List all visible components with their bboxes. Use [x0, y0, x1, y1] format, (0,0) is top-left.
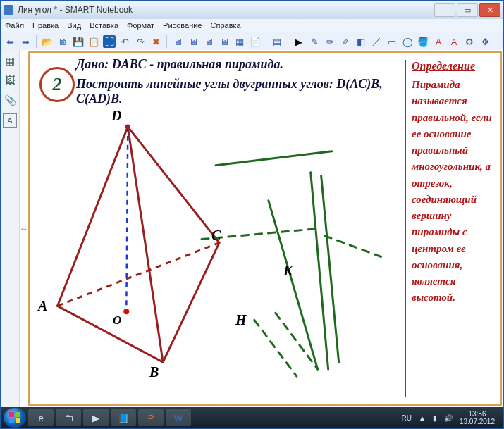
svg-line-12: [321, 176, 339, 362]
svg-line-15: [254, 320, 297, 376]
definition-panel: Определение Пирамида называется правильн…: [405, 60, 496, 397]
label-A: A: [38, 298, 47, 314]
eraser-icon[interactable]: ◧: [355, 35, 367, 48]
svg-rect-20: [16, 418, 20, 423]
side-toolbar: ▦ 🖼 📎 A: [1, 50, 20, 407]
start-button[interactable]: [4, 408, 26, 428]
taskbar-explorer-icon[interactable]: 🗀: [56, 409, 81, 426]
svg-line-4: [163, 243, 219, 363]
forward-icon[interactable]: ➡: [19, 35, 32, 48]
taskbar-notebook-icon[interactable]: 📘: [111, 409, 136, 426]
svg-point-8: [125, 124, 130, 129]
back-icon[interactable]: ⬅: [4, 35, 16, 48]
tray-sound-icon[interactable]: 🔊: [444, 414, 453, 422]
sidebar-attach-icon[interactable]: 📎: [4, 94, 16, 106]
menu-bar: Файл Правка Вид Вставка Формат Рисование…: [1, 19, 503, 32]
label-K: K: [283, 263, 293, 279]
rec-shape-icon[interactable]: ◯: [401, 35, 414, 48]
page-canvas[interactable]: 2 Дано: DABC - правильная пирамида. Пост…: [28, 51, 502, 406]
pen3-icon[interactable]: ✐: [339, 35, 352, 48]
collapse-handle[interactable]: ↔: [20, 50, 28, 407]
svg-rect-19: [9, 418, 14, 423]
label-O: O: [113, 313, 121, 328]
open-icon[interactable]: 📂: [41, 35, 54, 48]
close-button[interactable]: ✕: [479, 3, 500, 17]
doc-icon[interactable]: 📄: [249, 35, 262, 48]
tray-date: 13.07.2012: [460, 418, 495, 425]
screen4-icon[interactable]: 🖥: [218, 35, 231, 48]
toolbar: ⬅ ➡ 📂 🗎 💾 📋 ⛶ ↶ ↷ ✖ 🖥 🖥 🖥 🖥 ▦ 📄 ▤ ▶ ✎ ✏ …: [1, 32, 503, 51]
geometry-area: D A B C O K H: [30, 102, 409, 404]
svg-line-9: [216, 151, 332, 166]
table-icon[interactable]: ▤: [271, 35, 283, 48]
given-text: Дано: DABC - правильная пирамида.: [76, 57, 402, 72]
color-icon[interactable]: A: [448, 35, 460, 48]
undo-icon[interactable]: ↶: [118, 35, 131, 48]
capture-icon[interactable]: ▦: [233, 35, 246, 48]
taskbar-word-icon[interactable]: W: [166, 409, 191, 426]
pen1-icon[interactable]: ✎: [308, 35, 321, 48]
shape-icon[interactable]: ▭: [386, 35, 398, 48]
workspace: ▦ 🖼 📎 A ↔ 2 Дано: DABC - правильная пира…: [1, 50, 503, 407]
tray-network-icon[interactable]: ▮: [433, 414, 437, 422]
redo-icon[interactable]: ↷: [134, 35, 147, 48]
paste-icon[interactable]: 📋: [87, 35, 100, 48]
tray-lang[interactable]: RU: [402, 414, 412, 422]
task-number: 2: [39, 67, 75, 102]
definition-body: Пирамида называется правильной, если ее …: [412, 77, 496, 306]
screen3-icon[interactable]: 🖥: [202, 35, 215, 48]
text-icon[interactable]: A: [432, 35, 445, 48]
menu-insert[interactable]: Вставка: [90, 21, 118, 30]
fullscreen-icon[interactable]: ⛶: [103, 35, 116, 48]
app-icon: [4, 5, 13, 15]
svg-line-16: [276, 313, 318, 369]
svg-line-11: [311, 173, 328, 369]
geometry-svg: [30, 102, 409, 404]
menu-view[interactable]: Вид: [67, 21, 81, 30]
svg-line-6: [126, 127, 128, 311]
taskbar-ppt-icon[interactable]: P: [138, 409, 164, 426]
maximize-button[interactable]: ▭: [457, 3, 478, 17]
sidebar-gallery-icon[interactable]: 🖼: [4, 74, 16, 87]
menu-draw[interactable]: Рисование: [163, 21, 202, 30]
fill-icon[interactable]: 🪣: [417, 35, 429, 48]
tray-flag-icon[interactable]: ▲: [419, 414, 426, 422]
line-icon[interactable]: ／: [370, 35, 383, 48]
tray-clock[interactable]: 13:56 13.07.2012: [460, 410, 495, 425]
taskbar: e 🗀 ▶ 📘 P W RU ▲ ▮ 🔊 13:56 13.07.2012: [1, 407, 503, 428]
pen2-icon[interactable]: ✏: [324, 35, 336, 48]
taskbar-player-icon[interactable]: ▶: [83, 409, 109, 426]
svg-line-3: [58, 306, 164, 362]
svg-rect-17: [9, 412, 14, 417]
label-B: B: [149, 364, 159, 380]
menu-file[interactable]: Файл: [5, 21, 24, 30]
sidebar-pages-icon[interactable]: ▦: [4, 54, 16, 67]
menu-edit[interactable]: Правка: [32, 21, 59, 30]
select-icon[interactable]: ▶: [293, 35, 305, 48]
svg-line-14: [325, 236, 381, 257]
delete-icon[interactable]: ✖: [149, 35, 162, 48]
move-icon[interactable]: ✥: [479, 35, 491, 48]
svg-point-7: [123, 309, 129, 314]
svg-line-0: [58, 127, 128, 306]
save-icon[interactable]: 💾: [72, 35, 85, 48]
svg-rect-18: [16, 412, 20, 417]
props-icon[interactable]: ⚙: [463, 35, 476, 48]
label-D: D: [111, 108, 121, 124]
window-buttons: – ▭ ✕: [434, 3, 500, 17]
menu-help[interactable]: Справка: [211, 21, 241, 30]
system-tray: RU ▲ ▮ 🔊 13:56 13.07.2012: [402, 410, 500, 425]
screen1-icon[interactable]: 🖥: [171, 35, 184, 48]
sidebar-text-icon[interactable]: A: [3, 113, 17, 128]
label-C: C: [211, 228, 221, 244]
window-title: Лин угол * - SMART Notebook: [18, 5, 133, 15]
screen2-icon[interactable]: 🖥: [187, 35, 199, 48]
definition-heading: Определение: [412, 60, 496, 73]
taskbar-ie-icon[interactable]: e: [28, 409, 54, 426]
minimize-button[interactable]: –: [434, 3, 455, 17]
new-icon[interactable]: 🗎: [56, 35, 69, 48]
menu-format[interactable]: Формат: [127, 21, 154, 30]
title-bar: Лин угол * - SMART Notebook – ▭ ✕: [1, 1, 503, 19]
label-H: H: [235, 312, 247, 328]
tray-time: 13:56: [468, 410, 486, 418]
